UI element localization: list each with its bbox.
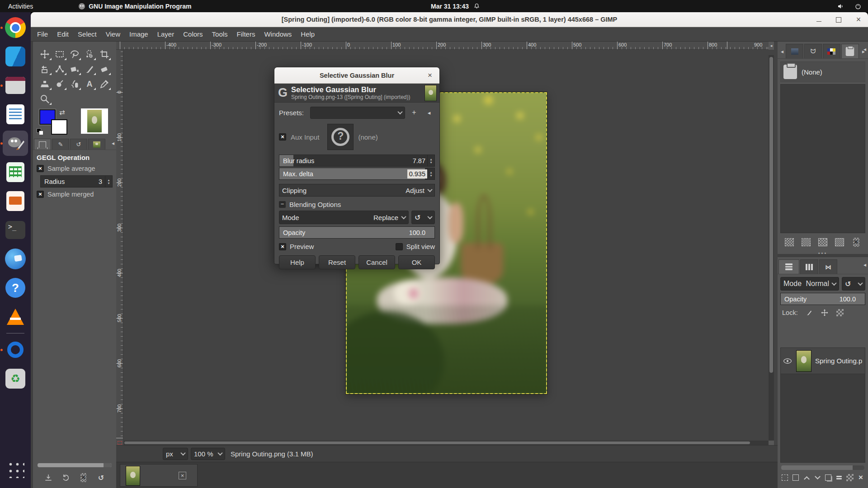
menu-tools[interactable]: Tools bbox=[208, 28, 232, 40]
blur-radius-slider[interactable]: Blur radius 7.87 bbox=[279, 155, 435, 167]
tool-options-scrollbar[interactable] bbox=[38, 463, 112, 467]
show-applications-button[interactable] bbox=[3, 456, 28, 482]
navigation-button[interactable] bbox=[769, 441, 774, 445]
checkbox-checked-icon[interactable] bbox=[37, 191, 44, 198]
tool-airbrush[interactable] bbox=[67, 77, 82, 91]
menu-help[interactable]: Help bbox=[296, 28, 319, 40]
spinner-arrows-icon[interactable] bbox=[105, 176, 112, 187]
dock-app-trash[interactable] bbox=[3, 366, 28, 391]
menu-view[interactable]: View bbox=[101, 28, 125, 40]
merge-layer-button[interactable] bbox=[834, 473, 844, 483]
lock-position-button[interactable] bbox=[821, 309, 829, 317]
new-layer-group-button[interactable] bbox=[791, 473, 801, 483]
dock-app-vlc[interactable] bbox=[3, 304, 28, 329]
menu-image[interactable]: Image bbox=[125, 28, 153, 40]
duplicate-layer-button[interactable] bbox=[823, 473, 833, 483]
paste-buffer-into-button[interactable] bbox=[801, 237, 811, 247]
dock-app-writer[interactable] bbox=[3, 102, 28, 127]
sample-average-row[interactable]: Sample average bbox=[37, 165, 113, 172]
close-button[interactable] bbox=[854, 15, 863, 25]
tool-bucket-fill[interactable] bbox=[67, 62, 82, 76]
spinner-arrows-icon[interactable] bbox=[427, 155, 434, 166]
tool-rectangle-select[interactable] bbox=[52, 47, 67, 61]
raise-layer-button[interactable] bbox=[802, 473, 811, 483]
delete-buffer-button[interactable] bbox=[851, 237, 861, 247]
paste-buffer-button[interactable] bbox=[784, 237, 794, 247]
tab-layers[interactable] bbox=[778, 259, 799, 274]
dock-menu-icon[interactable] bbox=[112, 140, 114, 146]
tool-fuzzy-select[interactable] bbox=[82, 47, 97, 61]
background-color-swatch[interactable] bbox=[51, 119, 67, 135]
new-layer-button[interactable] bbox=[780, 473, 790, 483]
reset-options-button[interactable] bbox=[95, 472, 107, 483]
tab-device-status[interactable] bbox=[52, 139, 69, 150]
preset-menu-button[interactable] bbox=[423, 107, 435, 118]
zoom-selector[interactable]: 100 % bbox=[191, 448, 225, 460]
tool-free-select[interactable] bbox=[67, 47, 82, 61]
tab-undo-history[interactable] bbox=[70, 139, 87, 150]
tool-zoom[interactable] bbox=[38, 92, 52, 106]
minimize-button[interactable] bbox=[814, 15, 824, 25]
default-colors-icon[interactable] bbox=[37, 128, 43, 135]
tab-patterns[interactable] bbox=[823, 44, 840, 58]
ok-button[interactable]: OK bbox=[398, 255, 435, 269]
tab-tool-options[interactable] bbox=[34, 139, 51, 150]
tool-smudge[interactable] bbox=[52, 77, 67, 91]
restore-preset-button[interactable] bbox=[60, 472, 72, 483]
aux-input-checkbox[interactable] bbox=[279, 133, 286, 141]
dock-app-impress[interactable] bbox=[3, 188, 28, 214]
canvas-viewport[interactable] bbox=[123, 50, 769, 441]
lock-pixels-button[interactable] bbox=[805, 309, 813, 317]
swap-colors-icon[interactable] bbox=[59, 108, 65, 117]
max-delta-slider[interactable]: Max. delta 0.935 bbox=[279, 168, 435, 180]
clock-menu[interactable]: Mar 31 13:43 bbox=[431, 3, 480, 10]
dialog-titlebar[interactable]: Selective Gaussian Blur bbox=[274, 67, 439, 84]
paste-as-new-image-button[interactable] bbox=[818, 237, 828, 247]
aux-input-button[interactable] bbox=[327, 124, 354, 150]
focused-app-menu[interactable]: GNU Image Manipulation Program bbox=[78, 3, 191, 10]
restore-button[interactable] bbox=[834, 15, 844, 25]
tool-clone[interactable] bbox=[38, 77, 52, 91]
tool-paths[interactable] bbox=[52, 62, 67, 76]
help-button[interactable]: Help bbox=[279, 255, 316, 269]
dock-app-screenshot-tool[interactable] bbox=[3, 337, 28, 362]
tool-eraser[interactable] bbox=[97, 62, 112, 76]
dock-app-gimp[interactable] bbox=[3, 131, 28, 156]
image-tab[interactable] bbox=[120, 464, 198, 487]
horizontal-scrollbar[interactable] bbox=[123, 441, 769, 445]
radius-spinbox[interactable]: Radius 3 bbox=[40, 175, 113, 188]
canvas-menu-button[interactable]: ◂ bbox=[769, 42, 774, 50]
layer-row[interactable]: Spring Outing.png bbox=[781, 348, 865, 374]
dock-app-chrome[interactable] bbox=[3, 15, 28, 40]
system-status-area[interactable] bbox=[837, 3, 862, 10]
mode-options-button[interactable] bbox=[842, 277, 865, 291]
tool-color-picker[interactable] bbox=[97, 77, 112, 91]
dock-app-terminal[interactable] bbox=[3, 217, 28, 243]
add-preset-button[interactable] bbox=[408, 107, 420, 118]
tool-transform[interactable] bbox=[38, 62, 52, 76]
menu-layer[interactable]: Layer bbox=[153, 28, 179, 40]
delete-preset-button[interactable] bbox=[78, 472, 90, 483]
quick-mask-toggle[interactable] bbox=[116, 441, 123, 445]
dock-resize-handle[interactable] bbox=[778, 250, 868, 256]
layer-opacity-slider[interactable]: Opacity 100.0 bbox=[780, 293, 865, 305]
active-image-preview[interactable] bbox=[81, 108, 108, 134]
lower-layer-button[interactable] bbox=[812, 473, 822, 483]
dock-app-help[interactable] bbox=[3, 275, 28, 300]
layer-visibility-toggle[interactable] bbox=[783, 356, 793, 366]
spinner-arrows-icon[interactable] bbox=[427, 168, 434, 179]
tool-text[interactable]: A bbox=[82, 77, 97, 91]
mode-options-button[interactable] bbox=[411, 211, 435, 224]
close-view-icon[interactable] bbox=[179, 472, 186, 479]
cancel-button[interactable]: Cancel bbox=[359, 255, 395, 269]
add-mask-button[interactable] bbox=[845, 473, 855, 483]
dock-app-files[interactable] bbox=[3, 73, 28, 98]
tab-paths[interactable] bbox=[819, 259, 837, 274]
menu-file[interactable]: File bbox=[33, 28, 52, 40]
vertical-ruler[interactable]: 0100200300400500600700 bbox=[116, 50, 123, 441]
tab-brushes[interactable] bbox=[804, 44, 822, 58]
layer-mode-selector[interactable]: Mode Normal bbox=[780, 277, 839, 291]
horizontal-scrollbar-handle[interactable] bbox=[124, 441, 750, 444]
selected-buffer-row[interactable]: (None) bbox=[780, 61, 865, 82]
save-preset-button[interactable] bbox=[42, 472, 54, 483]
